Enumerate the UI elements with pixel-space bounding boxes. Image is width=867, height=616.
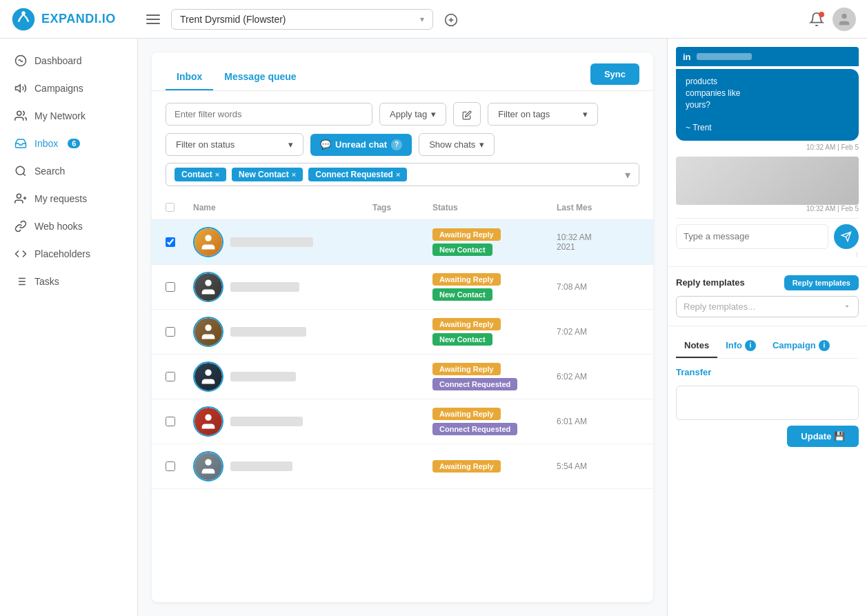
header-last-message: Last Mes — [557, 203, 639, 214]
tab-inbox[interactable]: Inbox — [166, 64, 213, 90]
row-3-status: Awaiting Reply New Contact — [432, 318, 557, 346]
row-5-status-badge-1: Awaiting Reply — [432, 408, 501, 420]
sidebar-label-placeholders: Placeholders — [34, 248, 90, 259]
unread-chat-info-icon: ? — [391, 139, 402, 150]
svg-point-11 — [17, 194, 21, 198]
row-2-checkbox[interactable] — [166, 282, 175, 292]
table-row[interactable]: Awaiting Reply Connect Requested 6:01 AM — [152, 399, 653, 444]
right-panel: in productscompanies likeyours?~ Trent 1… — [667, 39, 867, 616]
active-tags-row: Contact × New Contact × Connect Requeste… — [166, 163, 639, 186]
update-button-label: Update 💾 — [801, 431, 845, 441]
update-button[interactable]: Update 💾 — [787, 426, 859, 447]
row-checkbox-1 — [166, 237, 193, 247]
sidebar-item-search[interactable]: Search — [0, 157, 137, 185]
filter-on-tags-arrow-icon: ▾ — [583, 109, 588, 119]
campaign-info-icon: i — [819, 340, 830, 351]
inbox-badge: 6 — [68, 139, 80, 148]
resize-indicator: ↕ — [676, 250, 859, 258]
sidebar-item-placeholders[interactable]: Placeholders — [0, 240, 137, 268]
tab-notes[interactable]: Notes — [676, 335, 717, 358]
filter-row-2: Filter on status ▾ 💬 Unread chat ? Show … — [166, 133, 639, 156]
show-chats-button[interactable]: Show chats ▾ — [419, 133, 495, 156]
sidebar-item-my-network[interactable]: My Network — [0, 102, 137, 130]
row-6-checkbox[interactable] — [166, 461, 175, 471]
tags-row-arrow-icon: ▾ — [625, 168, 630, 181]
sidebar-item-web-hooks[interactable]: Web hooks — [0, 212, 137, 240]
row-6-status: Awaiting Reply — [432, 460, 557, 473]
logo-icon — [11, 7, 36, 32]
chat-time-1: 10:32 AM | Feb 5 — [676, 143, 859, 151]
row-5-status: Awaiting Reply Connect Requested — [432, 408, 557, 435]
row-4-checkbox[interactable] — [166, 372, 175, 381]
template-select[interactable]: Reply templates... — [676, 296, 859, 317]
notes-textarea[interactable] — [676, 386, 859, 420]
message-row — [676, 224, 859, 249]
row-1-checkbox[interactable] — [166, 237, 175, 247]
sidebar-item-tasks[interactable]: Tasks — [0, 268, 137, 295]
tasks-icon — [14, 275, 28, 288]
hamburger-button[interactable] — [143, 12, 163, 27]
tab-campaign[interactable]: Campaign i — [764, 335, 838, 358]
tag-chip-contact: Contact × — [175, 168, 226, 181]
sidebar-item-inbox[interactable]: Inbox 6 — [0, 130, 137, 157]
svg-point-9 — [16, 166, 24, 175]
row-3-time: 7:02 AM — [557, 327, 639, 337]
filter-on-status-arrow-icon: ▾ — [288, 139, 293, 150]
unread-chat-button[interactable]: 💬 Unread chat ? — [310, 134, 412, 156]
tab-info[interactable]: Info i — [717, 335, 764, 358]
chat-image — [676, 157, 859, 205]
add-account-button[interactable] — [441, 8, 461, 30]
main-layout: Dashboard Campaigns My Network — [0, 39, 867, 616]
row-5-checkbox[interactable] — [166, 417, 175, 426]
tag-chip-connect-requested-close[interactable]: × — [396, 170, 400, 179]
tag-chip-new-contact-close[interactable]: × — [292, 170, 296, 179]
apply-tag-arrow-icon: ▾ — [431, 109, 436, 119]
send-button[interactable] — [834, 224, 859, 249]
message-input[interactable] — [676, 224, 828, 249]
sidebar-item-dashboard[interactable]: Dashboard — [0, 47, 137, 74]
tab-message-queue[interactable]: Message queue — [213, 64, 307, 90]
row-checkbox-2 — [166, 282, 193, 292]
svg-point-24 — [205, 415, 211, 421]
row-1-avatar-cell — [193, 227, 372, 257]
user-avatar-button[interactable] — [833, 8, 856, 31]
table-row[interactable]: Awaiting Reply New Contact 7:08 AM — [152, 265, 653, 310]
search-icon — [14, 164, 28, 178]
edit-tag-button[interactable] — [453, 102, 481, 126]
content-area: Inbox Message queue Sync Apply tag ▾ — [138, 39, 867, 616]
transfer-link[interactable]: Transfer — [676, 364, 859, 380]
header-checkbox-cell — [166, 203, 193, 214]
reply-templates-button[interactable]: Reply templates — [784, 275, 859, 290]
sidebar-item-campaigns[interactable]: Campaigns — [0, 74, 137, 102]
row-6-name — [230, 461, 292, 471]
svg-point-23 — [205, 370, 211, 376]
row-3-status-badge-1: Awaiting Reply — [432, 318, 501, 330]
filter-on-status-button[interactable]: Filter on status ▾ — [166, 133, 303, 156]
table-row[interactable]: Awaiting Reply Connect Requested 6:02 AM — [152, 355, 653, 399]
sync-button[interactable]: Sync — [590, 63, 639, 85]
row-checkbox-3 — [166, 327, 193, 337]
row-6-status-badge-1: Awaiting Reply — [432, 460, 501, 473]
table-row[interactable]: Awaiting Reply 5:54 AM — [152, 444, 653, 489]
table-row[interactable]: Awaiting Reply New Contact 10:32 AM2021 — [152, 220, 653, 265]
logo-text: EXPANDI.IO — [41, 12, 116, 26]
filter-on-tags-button[interactable]: Filter on tags ▾ — [488, 103, 598, 126]
select-all-checkbox[interactable] — [166, 203, 175, 212]
tag-chip-contact-close[interactable]: × — [215, 170, 219, 179]
apply-tag-button[interactable]: Apply tag ▾ — [379, 103, 446, 126]
row-3-status-badge-2: New Contact — [432, 333, 492, 346]
row-3-checkbox[interactable] — [166, 327, 175, 337]
svg-point-20 — [205, 235, 211, 241]
row-6-avatar — [193, 451, 223, 481]
sidebar-item-my-requests[interactable]: My requests — [0, 185, 137, 212]
show-chats-label: Show chats — [429, 139, 475, 150]
svg-point-5 — [841, 13, 846, 18]
tag-chip-connect-requested: Connect Requested × — [308, 168, 407, 181]
row-5-avatar-cell — [193, 406, 372, 437]
tag-chip-new-contact-label: New Contact — [239, 170, 289, 179]
table-row[interactable]: Awaiting Reply New Contact 7:02 AM — [152, 310, 653, 355]
notification-button[interactable] — [809, 12, 824, 27]
chat-bubble-1: productscompanies likeyours?~ Trent — [676, 69, 859, 141]
account-selector[interactable]: Trent Dyrsmid (Flowster) ▾ — [171, 9, 433, 30]
filter-words-input[interactable] — [166, 103, 372, 126]
